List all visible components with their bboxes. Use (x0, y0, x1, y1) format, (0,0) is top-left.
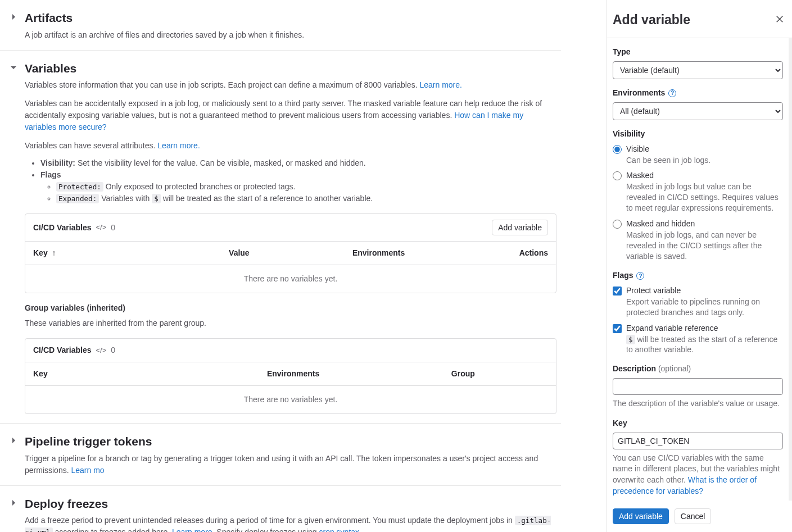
variables-title[interactable]: Variables (25, 60, 556, 78)
variables-attr-learn-more-link[interactable]: Learn more. (157, 141, 200, 150)
add-variable-button-table[interactable]: Add variable (492, 220, 548, 235)
table-header-row: Key ↑ Value Environments Actions (25, 242, 556, 265)
description-input[interactable] (613, 378, 783, 395)
visibility-label: Visibility (613, 128, 783, 140)
artifacts-section: Artifacts A job artifact is an archive o… (0, 0, 561, 50)
variables-warning: Variables can be accidentally exposed in… (25, 98, 556, 133)
cicd-variables-count: 0 (111, 222, 115, 234)
artifacts-title[interactable]: Artifacts (25, 9, 304, 27)
pipeline-tokens-learn-more-link[interactable]: Learn mo (71, 466, 104, 475)
description-label: Description (optional) (613, 363, 783, 375)
type-select[interactable]: Variable (default) (613, 61, 783, 79)
visibility-field: Visibility Visible Can be seen in job lo… (613, 128, 783, 262)
radio-masked-hidden[interactable]: Masked and hidden Masked in job logs, an… (613, 218, 783, 262)
group-variables-heading: Group variables (inherited) (25, 302, 556, 314)
cancel-button[interactable]: Cancel (675, 508, 712, 524)
chevron-right-icon[interactable] (9, 498, 18, 507)
group-variables-empty-state: There are no variables yet. (25, 386, 556, 413)
description-hint: The description of the variable's value … (613, 398, 783, 410)
close-drawer-button[interactable] (773, 13, 786, 26)
group-table-header-row: Key Environments Group (25, 362, 556, 386)
deploy-freezes-desc: Add a freeze period to prevent unintende… (25, 515, 556, 532)
col-value[interactable]: Value (229, 247, 352, 259)
col-env[interactable]: Environments (352, 247, 496, 259)
pipeline-tokens-title[interactable]: Pipeline trigger tokens (25, 433, 556, 451)
description-field: Description (optional) The description o… (613, 363, 783, 410)
deploy-freezes-title[interactable]: Deploy freezes (25, 495, 556, 513)
cron-syntax-link[interactable]: cron syntax. (319, 528, 361, 532)
deploy-freezes-section: Deploy freezes Add a freeze period to pr… (0, 485, 561, 533)
artifacts-desc: A job artifact is an archive of files an… (25, 29, 304, 41)
variables-intro: Variables store information that you can… (25, 79, 556, 91)
radio-masked[interactable]: Masked Masked in job logs but value can … (613, 170, 783, 213)
col-key[interactable]: Key (33, 368, 208, 380)
environments-field: Environments ? All (default) (613, 87, 783, 120)
chevron-down-icon[interactable] (9, 63, 18, 72)
cicd-variables-card: CI/CD Variables </> 0 Add variable Key ↑… (25, 213, 556, 293)
type-field: Type Variable (default) (613, 46, 783, 79)
type-label: Type (613, 46, 783, 58)
group-variables-count: 0 (111, 344, 115, 356)
check-expand[interactable]: Expand variable reference $ will be trea… (613, 322, 783, 356)
group-variables-title: CI/CD Variables (33, 344, 92, 356)
add-variable-submit-button[interactable]: Add variable (613, 508, 669, 524)
group-variables-card: CI/CD Variables </> 0 Key Environments G… (25, 338, 556, 414)
flags-field: Flags ? Protect variable Export variable… (613, 270, 783, 356)
radio-masked-hidden-input[interactable] (613, 220, 622, 229)
deploy-freezes-learn-more-link[interactable]: Learn more. (172, 528, 214, 532)
radio-visible[interactable]: Visible Can be seen in job logs. (613, 143, 783, 166)
add-variable-drawer: Add variable Type Variable (default) Env… (607, 0, 792, 532)
key-field: Key You can use CI/CD variables with the… (613, 417, 783, 497)
key-label: Key (613, 417, 783, 429)
chevron-right-icon[interactable] (9, 12, 18, 21)
col-group[interactable]: Group (378, 368, 548, 380)
check-protect[interactable]: Protect variable Export variable to pipe… (613, 285, 783, 318)
cicd-variables-title: CI/CD Variables (33, 222, 92, 234)
drawer-title: Add variable (613, 10, 773, 30)
flags-label: Flags ? (613, 270, 783, 281)
col-actions: Actions (496, 247, 548, 259)
variables-attributes: Variables can have several attributes. L… (25, 140, 556, 152)
key-input[interactable] (613, 433, 783, 449)
check-expand-input[interactable] (613, 324, 622, 333)
help-icon[interactable]: ? (636, 272, 644, 280)
radio-visible-input[interactable] (613, 145, 622, 154)
variables-bullet-list: Visibility: Set the visibility level for… (25, 157, 556, 204)
col-key[interactable]: Key ↑ (33, 247, 229, 259)
environments-label: Environments ? (613, 87, 783, 99)
variables-learn-more-link[interactable]: Learn more. (419, 80, 461, 89)
radio-masked-input[interactable] (613, 171, 622, 180)
code-icon: </> (96, 345, 107, 356)
sort-asc-icon: ↑ (50, 248, 56, 257)
help-icon[interactable]: ? (668, 89, 676, 97)
check-protect-input[interactable] (613, 287, 622, 295)
code-icon: </> (96, 222, 107, 233)
variables-section: Variables Variables store information th… (0, 50, 561, 424)
environments-select[interactable]: All (default) (613, 102, 783, 120)
variables-empty-state: There are no variables yet. (25, 265, 556, 293)
key-hint: You can use CI/CD variables with the sam… (613, 453, 783, 497)
chevron-right-icon[interactable] (9, 436, 18, 445)
group-variables-desc: These variables are inherited from the p… (25, 317, 556, 329)
pipeline-tokens-section: Pipeline trigger tokens Trigger a pipeli… (0, 423, 561, 485)
pipeline-tokens-desc: Trigger a pipeline for a branch or tag b… (25, 453, 556, 476)
col-env[interactable]: Environments (208, 368, 378, 380)
